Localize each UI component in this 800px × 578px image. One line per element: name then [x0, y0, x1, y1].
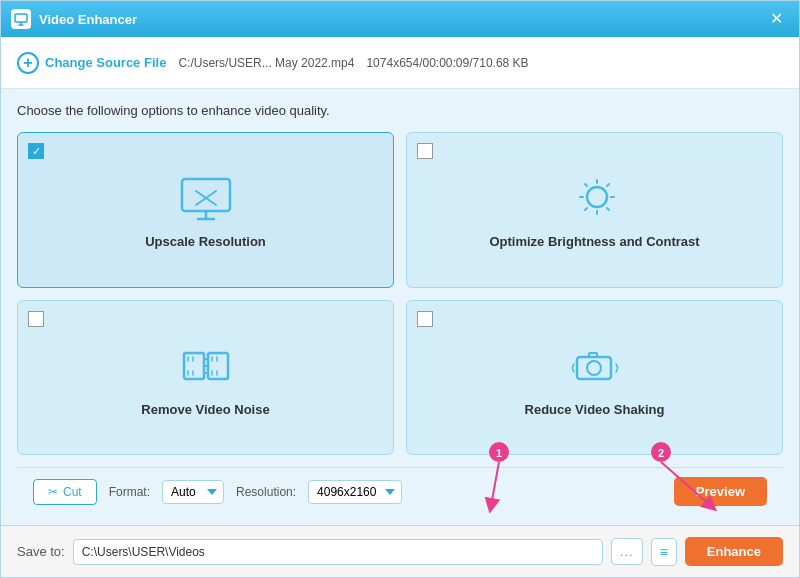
browse-button[interactable]: ... — [611, 538, 643, 565]
save-path-input[interactable] — [73, 539, 603, 565]
svg-rect-0 — [15, 14, 27, 22]
title-bar: Video Enhancer ✕ — [1, 1, 799, 37]
card-brightness-label: Optimize Brightness and Contrast — [489, 234, 699, 249]
checkbox-brightness[interactable] — [417, 143, 433, 159]
svg-line-7 — [585, 184, 587, 186]
card-brightness[interactable]: Optimize Brightness and Contrast — [406, 132, 783, 288]
card-shaking-label: Reduce Video Shaking — [525, 402, 665, 417]
cards-grid: Upscale Resolution — [17, 132, 783, 455]
preview-button[interactable]: Preview — [674, 477, 767, 506]
svg-rect-26 — [589, 353, 597, 357]
title-bar-left: Video Enhancer — [11, 9, 137, 29]
svg-rect-1 — [182, 179, 230, 211]
svg-point-25 — [587, 361, 601, 375]
card-upscale-label: Upscale Resolution — [145, 234, 266, 249]
svg-rect-12 — [208, 353, 228, 379]
brightness-icon — [565, 174, 625, 224]
window-title: Video Enhancer — [39, 12, 137, 27]
toolbar: ✂ Cut Format: Auto MP4 AVI MOV MKV Resol… — [17, 467, 783, 515]
main-content: Choose the following options to enhance … — [1, 89, 799, 525]
app-icon — [11, 9, 31, 29]
scissors-icon: ✂ — [48, 485, 58, 499]
change-source-label: Change Source File — [45, 55, 166, 70]
svg-rect-11 — [184, 353, 204, 379]
instruction-text: Choose the following options to enhance … — [17, 103, 783, 118]
card-upscale-resolution[interactable]: Upscale Resolution — [17, 132, 394, 288]
svg-line-9 — [607, 184, 609, 186]
format-label: Format: — [109, 485, 150, 499]
card-noise[interactable]: Remove Video Noise — [17, 300, 394, 456]
card-shaking[interactable]: Reduce Video Shaking — [406, 300, 783, 456]
cut-button[interactable]: ✂ Cut — [33, 479, 97, 505]
enhance-button[interactable]: Enhance — [685, 537, 783, 566]
main-window: Video Enhancer ✕ + Change Source File C:… — [0, 0, 800, 578]
close-button[interactable]: ✕ — [764, 9, 789, 29]
checkbox-shaking[interactable] — [417, 311, 433, 327]
resolution-select[interactable]: 4096x2160 1920x1080 1280x720 854x480 — [308, 480, 402, 504]
save-bar: Save to: ... ≡ Enhance 1 2 — [1, 525, 799, 577]
svg-line-10 — [585, 208, 587, 210]
change-source-button[interactable]: + Change Source File — [17, 52, 166, 74]
camera-shake-icon — [565, 342, 625, 392]
svg-point-2 — [587, 187, 607, 207]
monitor-upscale-icon — [176, 174, 236, 224]
checkbox-noise[interactable] — [28, 311, 44, 327]
add-icon: + — [17, 52, 39, 74]
format-select[interactable]: Auto MP4 AVI MOV MKV — [162, 480, 224, 504]
checkbox-upscale[interactable] — [28, 143, 44, 159]
save-label: Save to: — [17, 544, 65, 559]
file-info: 1074x654/00:00:09/710.68 KB — [366, 56, 528, 70]
list-button[interactable]: ≡ — [651, 538, 677, 566]
source-bar: + Change Source File C:/Users/USER... Ma… — [1, 37, 799, 89]
svg-line-8 — [607, 208, 609, 210]
card-noise-label: Remove Video Noise — [141, 402, 269, 417]
film-noise-icon — [176, 342, 236, 392]
file-path: C:/Users/USER... May 2022.mp4 — [178, 56, 354, 70]
resolution-label: Resolution: — [236, 485, 296, 499]
cut-label: Cut — [63, 485, 82, 499]
